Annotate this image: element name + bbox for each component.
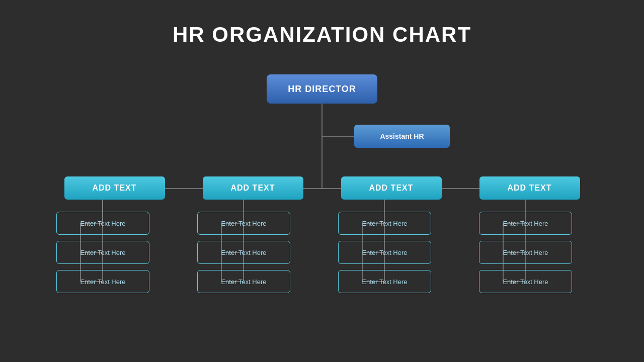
enter-text-2-2[interactable]: Enter Text Here (197, 241, 290, 264)
enter-text-label-3-1: Enter Text Here (362, 220, 407, 227)
enter-text-1-1[interactable]: Enter Text Here (56, 212, 149, 235)
enter-text-label-2-1: Enter Text Here (221, 220, 266, 227)
add-text-label-4: ADD TEXT (508, 184, 552, 193)
add-text-box-1[interactable]: ADD TEXT (64, 176, 165, 200)
enter-text-4-2[interactable]: Enter Text Here (479, 241, 572, 264)
enter-text-label-1-3: Enter Text Here (80, 278, 125, 286)
level3-col-2: Enter Text Here Enter Text Here Enter Te… (197, 212, 290, 293)
enter-text-label-4-3: Enter Text Here (503, 278, 548, 286)
enter-text-4-3[interactable]: Enter Text Here (479, 270, 572, 293)
enter-text-3-2[interactable]: Enter Text Here (338, 241, 431, 264)
add-text-box-2[interactable]: ADD TEXT (203, 176, 303, 200)
enter-text-label-4-1: Enter Text Here (503, 220, 548, 227)
add-text-label-1: ADD TEXT (93, 184, 137, 193)
enter-text-3-1[interactable]: Enter Text Here (338, 212, 431, 235)
add-text-box-4[interactable]: ADD TEXT (479, 176, 580, 200)
enter-text-label-4-2: Enter Text Here (503, 249, 548, 256)
level2-container: ADD TEXT ADD TEXT ADD TEXT ADD TEXT (0, 176, 644, 200)
enter-text-1-2[interactable]: Enter Text Here (56, 241, 149, 264)
page-title: HR ORGANIZATION CHART (0, 0, 644, 47)
assistant-hr-label: Assistant HR (380, 132, 424, 140)
add-text-label-3: ADD TEXT (369, 184, 414, 193)
level3-col-1: Enter Text Here Enter Text Here Enter Te… (56, 212, 149, 293)
enter-text-4-1[interactable]: Enter Text Here (479, 212, 572, 235)
chart-container: HR DIRECTOR Assistant HR ADD TEXT ADD TE… (0, 52, 644, 353)
level3-col-3: Enter Text Here Enter Text Here Enter Te… (338, 212, 431, 293)
enter-text-label-3-3: Enter Text Here (362, 278, 407, 286)
add-text-label-2: ADD TEXT (231, 184, 275, 193)
assistant-hr-box[interactable]: Assistant HR (354, 125, 450, 148)
enter-text-label-2-2: Enter Text Here (221, 249, 266, 256)
enter-text-2-3[interactable]: Enter Text Here (197, 270, 290, 293)
enter-text-3-3[interactable]: Enter Text Here (338, 270, 431, 293)
add-text-box-3[interactable]: ADD TEXT (341, 176, 442, 200)
enter-text-label-1-2: Enter Text Here (80, 249, 125, 256)
hr-director-box[interactable]: HR DIRECTOR (267, 74, 377, 104)
enter-text-label-3-2: Enter Text Here (362, 249, 407, 256)
enter-text-label-1-1: Enter Text Here (80, 220, 125, 227)
level3-col-4: Enter Text Here Enter Text Here Enter Te… (479, 212, 572, 293)
enter-text-label-2-3: Enter Text Here (221, 278, 266, 286)
hr-director-label: HR DIRECTOR (288, 84, 356, 95)
enter-text-1-3[interactable]: Enter Text Here (56, 270, 149, 293)
enter-text-2-1[interactable]: Enter Text Here (197, 212, 290, 235)
